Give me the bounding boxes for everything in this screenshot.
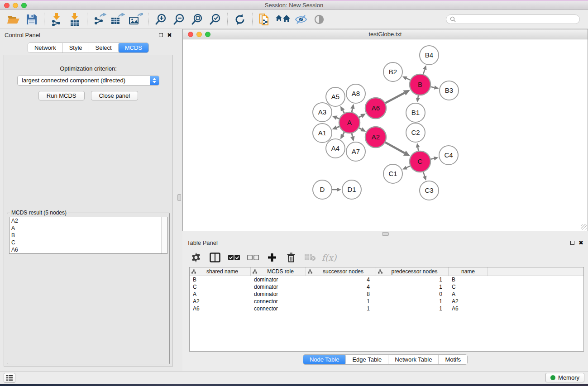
select-all-icon[interactable]: [227, 251, 241, 264]
tab-motifs[interactable]: Motifs: [438, 355, 467, 364]
result-list-item[interactable]: B: [10, 232, 167, 239]
function-builder-icon[interactable]: f(x): [322, 251, 336, 264]
network-canvas[interactable]: B4B2BB3A5A8A6A3B1AA1C2A2A4A7C4CC1DD1C3: [183, 39, 588, 231]
task-history-icon[interactable]: [4, 373, 15, 383]
graph-edge[interactable]: [423, 172, 425, 176]
window-resize-grip[interactable]: [581, 224, 587, 230]
column-header-predecessor-nodes[interactable]: predecessor nodes: [376, 267, 449, 276]
splitter-grip[interactable]: [382, 232, 389, 236]
tab-edge-table[interactable]: Edge Table: [345, 355, 388, 364]
graph-edge[interactable]: [352, 109, 353, 112]
tab-node-table[interactable]: Node Table: [303, 355, 346, 364]
node-table[interactable]: shared nameMCDS rolesuccessor nodesprede…: [189, 267, 584, 352]
memory-button[interactable]: Memory: [545, 373, 584, 382]
zoom-out-icon[interactable]: [170, 12, 188, 27]
delete-table-icon[interactable]: [303, 251, 317, 264]
column-header-shared-name[interactable]: shared name: [190, 267, 251, 276]
tab-mcds[interactable]: MCDS: [118, 43, 148, 52]
graph-edge[interactable]: [352, 133, 353, 136]
result-list-item[interactable]: A2: [10, 217, 167, 224]
control-panel: Control Panel ✖ NetworkStyleSelectMCDS O…: [0, 29, 177, 371]
graph-edge[interactable]: [337, 118, 339, 119]
table-row[interactable]: Adominator80A: [190, 291, 583, 298]
network-graph[interactable]: B4B2BB3A5A8A6A3B1AA1C2A2A4A7C4CC1DD1C3: [183, 39, 588, 231]
close-panel-icon[interactable]: ✖: [578, 240, 583, 246]
tab-network[interactable]: Network: [28, 43, 62, 52]
graph-edge[interactable]: [337, 127, 339, 128]
import-table-icon[interactable]: [66, 12, 84, 27]
toolbar-separator: [87, 13, 87, 26]
export-network-icon[interactable]: [91, 12, 109, 27]
settings-gear-icon[interactable]: [189, 251, 203, 264]
graph-edge[interactable]: [418, 95, 418, 98]
graph-edge[interactable]: [406, 78, 410, 80]
graph-edge[interactable]: [430, 158, 434, 159]
graph-edge[interactable]: [385, 143, 405, 153]
graph-edge[interactable]: [423, 70, 425, 75]
optimization-criterion-dropdown[interactable]: largest connected component (directed): [17, 76, 159, 86]
main-toolbar: [0, 10, 588, 29]
table-cell: dominator: [251, 291, 306, 297]
column-header-name[interactable]: name: [449, 267, 488, 276]
graph-edge[interactable]: [406, 166, 410, 168]
graph-edge[interactable]: [359, 116, 361, 117]
graph-node-label: B1: [411, 109, 420, 116]
close-panel-icon[interactable]: ✖: [167, 32, 172, 38]
open-file-icon[interactable]: [5, 12, 23, 27]
graph-edge[interactable]: [343, 132, 344, 135]
result-list-item[interactable]: A6: [10, 246, 167, 253]
clone-network-icon[interactable]: [256, 12, 274, 27]
import-network-icon[interactable]: [48, 12, 66, 27]
horizontal-splitter[interactable]: [182, 231, 588, 237]
result-list-item[interactable]: C: [10, 239, 167, 246]
tab-select[interactable]: Select: [89, 43, 118, 52]
zoom-in-icon[interactable]: [152, 12, 170, 27]
refresh-icon[interactable]: [231, 12, 249, 27]
column-header-mcds-role[interactable]: MCDS role: [251, 267, 306, 276]
show-eye-icon[interactable]: [310, 12, 328, 27]
table-row[interactable]: Bdominator41B: [190, 276, 583, 283]
graph-node-label: A: [347, 119, 352, 126]
splitter-grip[interactable]: [177, 194, 181, 201]
delete-icon[interactable]: [284, 251, 298, 264]
column-header-successor-nodes[interactable]: successor nodes: [306, 267, 376, 276]
edge-arrowhead: [434, 157, 439, 161]
result-scrollbar[interactable]: [161, 217, 167, 253]
save-session-icon[interactable]: [23, 12, 41, 27]
edge-arrowhead: [332, 125, 337, 129]
float-panel-icon[interactable]: [570, 241, 574, 245]
zoom-selected-icon[interactable]: [206, 12, 224, 27]
network-window-titlebar: testGlobe.txt: [183, 29, 588, 39]
hide-panel-eye-icon[interactable]: [292, 12, 310, 27]
column-type-icon: [308, 269, 312, 274]
close-panel-button[interactable]: Close panel: [91, 91, 139, 100]
zoom-fit-icon[interactable]: [188, 12, 206, 27]
tab-style[interactable]: Style: [62, 43, 89, 52]
export-image-icon[interactable]: [127, 12, 145, 27]
columns-icon[interactable]: [208, 251, 222, 264]
graph-edge[interactable]: [359, 128, 361, 129]
graph-edge[interactable]: [343, 110, 344, 113]
float-panel-icon[interactable]: [159, 33, 163, 37]
run-mcds-button[interactable]: Run MCDS: [38, 91, 85, 100]
panel-splitter[interactable]: [177, 29, 182, 371]
optimization-criterion-label: Optimization criterion:: [4, 65, 172, 72]
graph-edge[interactable]: [385, 93, 404, 103]
search-icon: [450, 16, 456, 22]
add-column-icon[interactable]: [265, 251, 279, 264]
graph-edge[interactable]: [431, 87, 435, 88]
export-table-icon[interactable]: [109, 12, 127, 27]
result-list-item[interactable]: A: [10, 224, 167, 232]
deselect-all-icon[interactable]: [246, 251, 260, 264]
table-row[interactable]: Cdominator41C: [190, 283, 583, 291]
graph-node-label: A5: [331, 93, 339, 100]
mcds-result-list[interactable]: A2ABCA6: [9, 217, 167, 254]
graph-edge[interactable]: [418, 148, 418, 151]
table-row[interactable]: A6connector11A6: [190, 305, 583, 312]
tab-network-table[interactable]: Network Table: [388, 355, 438, 364]
control-panel-tabs: NetworkStyleSelectMCDS: [28, 43, 149, 53]
search-input[interactable]: [458, 16, 576, 23]
home-network-icon[interactable]: [274, 12, 292, 27]
table-row[interactable]: A2connector11A2: [190, 298, 583, 305]
table-toolbar: f(x): [182, 249, 588, 266]
